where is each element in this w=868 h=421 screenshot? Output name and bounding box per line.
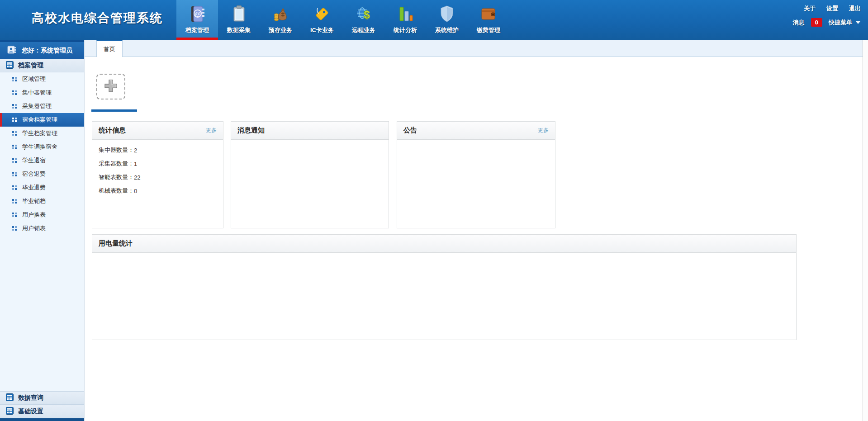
- bar-chart-icon: [395, 4, 415, 24]
- stats-more-link[interactable]: 更多: [206, 127, 217, 134]
- stat-colon: ：: [128, 160, 134, 168]
- squares-icon: [12, 224, 17, 232]
- sidebar-item-label: 宿舍档案管理: [22, 116, 57, 124]
- sidebar-item-dorm-archives[interactable]: 宿舍档案管理: [0, 113, 84, 127]
- logout-link[interactable]: 退出: [849, 5, 861, 13]
- user-card-icon: [7, 46, 16, 56]
- stat-colon: ：: [128, 146, 134, 154]
- squares-icon: [12, 197, 17, 205]
- about-link[interactable]: 关于: [804, 5, 816, 13]
- power-usage-card-title: 用电量统计: [99, 239, 133, 248]
- shortcut-divider-accent: [91, 109, 137, 112]
- squares-icon: [12, 75, 17, 83]
- squares-icon: [12, 156, 17, 165]
- sidebar-item-label: 学生档案管理: [22, 129, 57, 137]
- sidebar-item-user-meter-del[interactable]: 用户销表: [0, 222, 84, 235]
- nav-label: 系统维护: [435, 26, 459, 34]
- stats-card: 统计信息 更多 集中器数量：2 采集器数量：1 智能表数量：22 机械表数量：0: [92, 121, 223, 228]
- message-row: 消息 0 快捷菜单: [793, 18, 861, 27]
- sidebar-item-collector-mgmt[interactable]: 采集器管理: [0, 99, 84, 113]
- nav-item-prepay[interactable]: 预存业务: [260, 0, 301, 40]
- sidebar-item-label: 宿舍退费: [22, 170, 46, 178]
- power-usage-card: 用电量统计: [92, 234, 797, 340]
- stat-line-collectors: 采集器数量：1: [99, 157, 217, 170]
- globe-dollar-icon: $: [354, 4, 374, 24]
- grid-icon: [6, 61, 14, 71]
- stat-line-mechanical-meters: 机械表数量：0: [99, 184, 217, 198]
- squares-icon: [12, 102, 17, 110]
- messages-link[interactable]: 消息: [793, 19, 805, 27]
- tab-home[interactable]: 首页: [96, 40, 123, 57]
- sidebar-section-label: 数据查询: [18, 394, 43, 402]
- message-notice-card-body: [231, 140, 389, 147]
- sidebar-item-student-checkout[interactable]: 学生退宿: [0, 154, 84, 167]
- sidebar-item-label: 学生调换宿舍: [22, 143, 57, 151]
- power-usage-card-body: [92, 253, 796, 260]
- stat-label: 采集器数量: [99, 160, 128, 168]
- nav-item-data-collect[interactable]: 数据采集: [218, 0, 260, 40]
- app-header: 高校水电综合管理系统 @ 档案管理 数据采集 预存业务 IC卡业务: [0, 0, 868, 40]
- squares-icon: [12, 143, 17, 151]
- sidebar-item-label: 采集器管理: [22, 102, 52, 110]
- stat-colon: ：: [128, 173, 134, 181]
- sidebar-item-concentrator-mgmt[interactable]: 集中器管理: [0, 86, 84, 99]
- announcement-card-body: [397, 140, 555, 147]
- main-nav: @ 档案管理 数据采集 预存业务 IC卡业务 $ 远程业务: [176, 0, 509, 40]
- nav-item-statistics[interactable]: 统计分析: [384, 0, 426, 40]
- nav-item-ic-card[interactable]: IC卡业务: [301, 0, 343, 40]
- main-content: 首页 统计信息 更多 集中器数量：2 采集器数量：1 智能表数量：22 机械表数…: [85, 40, 868, 421]
- user-greeting: 您好：系统管理员: [22, 47, 72, 55]
- stat-value: 1: [134, 161, 137, 167]
- sidebar-item-graduation-refund[interactable]: 毕业退费: [0, 181, 84, 194]
- sidebar-item-label: 学生退宿: [22, 156, 46, 165]
- sidebar-item-label: 毕业销档: [22, 197, 46, 205]
- nav-item-remote[interactable]: $ 远程业务: [343, 0, 384, 40]
- add-shortcut-button[interactable]: [96, 74, 125, 99]
- app-title: 高校水电综合管理系统: [32, 10, 163, 26]
- sidebar-section-archives[interactable]: 档案管理: [0, 59, 84, 72]
- stat-value: 0: [134, 188, 137, 194]
- sidebar-section-data-query[interactable]: 数据查询: [0, 391, 84, 405]
- shield-icon: [437, 4, 457, 24]
- nav-label: 缴费管理: [477, 26, 500, 34]
- sidebar-section-label: 档案管理: [18, 61, 43, 70]
- sidebar-item-graduation-archive-del[interactable]: 毕业销档: [0, 194, 84, 208]
- shortcut-divider: [91, 111, 554, 111]
- sidebar-item-student-archives[interactable]: 学生档案管理: [0, 127, 84, 140]
- squares-icon: [12, 184, 17, 192]
- sidebar-menu: 区域管理 集中器管理 采集器管理 宿舍档案管理 学生档案管理 学生调换宿舍 学生…: [0, 72, 84, 235]
- sidebar-item-label: 集中器管理: [22, 89, 52, 97]
- nav-item-maintenance[interactable]: 系统维护: [426, 0, 468, 40]
- nav-item-archives[interactable]: @ 档案管理: [176, 0, 218, 40]
- squares-icon: [12, 170, 17, 178]
- squares-icon: [12, 129, 17, 137]
- message-notice-card: 消息通知: [231, 121, 389, 228]
- sidebar: 您好：系统管理员 档案管理 区域管理 集中器管理 采集器管理 宿舍档案管理 学生…: [0, 40, 85, 421]
- sidebar-item-label: 区域管理: [22, 75, 46, 83]
- grid-icon: [6, 407, 14, 416]
- tag-icon: [312, 4, 332, 24]
- nav-item-payment[interactable]: 缴费管理: [468, 0, 509, 40]
- address-book-icon: @: [187, 4, 207, 24]
- squares-icon: [12, 116, 17, 124]
- announcement-more-link[interactable]: 更多: [538, 127, 549, 134]
- sidebar-item-label: 用户销表: [22, 224, 46, 232]
- settings-link[interactable]: 设置: [826, 5, 838, 13]
- quick-menu-dropdown[interactable]: 快捷菜单: [829, 19, 861, 27]
- sidebar-item-user-meter-swap[interactable]: 用户换表: [0, 208, 84, 222]
- nav-label: 数据采集: [227, 26, 251, 34]
- nav-label: 统计分析: [394, 26, 417, 34]
- scrollbar-gutter: [863, 40, 868, 421]
- announcement-card: 公告 更多: [397, 121, 555, 228]
- nav-label: 远程业务: [352, 26, 375, 34]
- stat-line-concentrators: 集中器数量：2: [99, 143, 217, 157]
- sidebar-section-basic-settings[interactable]: 基础设置: [0, 405, 84, 418]
- message-notice-card-title: 消息通知: [237, 126, 265, 135]
- stats-card-title: 统计信息: [99, 126, 126, 135]
- announcement-card-title: 公告: [403, 126, 417, 135]
- plus-icon: [103, 78, 119, 96]
- sidebar-item-student-swap-dorm[interactable]: 学生调换宿舍: [0, 140, 84, 154]
- sidebar-item-area-mgmt[interactable]: 区域管理: [0, 72, 84, 86]
- wallet-icon: [479, 4, 498, 24]
- sidebar-item-dorm-refund[interactable]: 宿舍退费: [0, 167, 84, 181]
